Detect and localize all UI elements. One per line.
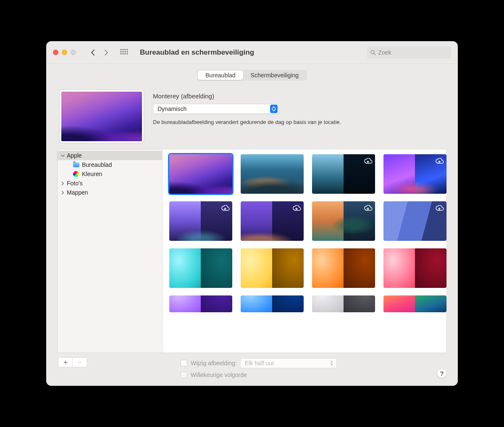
random-order-checkbox: [181, 372, 187, 378]
random-order-label: Willekeurige volgorde: [191, 372, 247, 378]
download-icon[interactable]: [292, 204, 301, 213]
sidebar-item-folders[interactable]: Mappen: [58, 188, 162, 197]
search-icon: [370, 50, 376, 55]
remove-folder-button: －: [73, 358, 87, 367]
current-wallpaper-preview: [60, 90, 144, 143]
sidebar-item-label: Foto's: [67, 180, 83, 187]
search-input[interactable]: [378, 49, 448, 56]
popup-arrows-icon: ▲▼: [330, 360, 334, 366]
add-remove-buttons: ＋ －: [58, 357, 87, 367]
download-icon[interactable]: [435, 204, 444, 213]
sidebar-item-desktop[interactable]: Bureaublad: [58, 160, 162, 169]
folder-icon: [73, 161, 79, 168]
change-interval-popup: Elk half uur ▲▼: [240, 358, 337, 368]
sidebar-item-label: Apple: [67, 152, 82, 159]
wallpaper-thumb[interactable]: [241, 248, 304, 288]
tab-desktop[interactable]: Bureaublad: [198, 71, 243, 80]
wallpaper-description: De bureaubladafbeelding verandert gedure…: [153, 119, 447, 125]
svg-line-13: [374, 53, 375, 55]
zoom-button: [71, 50, 76, 55]
color-wheel-icon: [73, 171, 79, 177]
change-picture-label: Wijzig afbeelding:: [191, 360, 237, 366]
toolbar: Bureaublad en schermbeveiliging: [46, 41, 458, 64]
bottom-controls: ＋ － Wijzig afbeelding: Elk half uur ▲▼ W…: [57, 353, 447, 378]
sidebar-item-label: Kleuren: [82, 171, 102, 177]
wallpaper-thumb[interactable]: [383, 201, 446, 241]
forward-button: [100, 47, 112, 58]
sidebar-item-colors[interactable]: Kleuren: [58, 169, 162, 179]
wallpaper-thumb[interactable]: [383, 154, 446, 194]
change-interval-value: Elk half uur: [245, 360, 274, 366]
wallpaper-thumb[interactable]: [169, 154, 232, 194]
appearance-popup[interactable]: Dynamisch: [153, 104, 279, 114]
wallpaper-name: Monterey (afbeelding): [153, 92, 447, 100]
wallpaper-thumb[interactable]: [169, 201, 232, 241]
download-icon[interactable]: [435, 157, 444, 166]
back-button[interactable]: [87, 47, 99, 58]
chevron-down-icon: [60, 154, 65, 158]
chevron-right-icon: [60, 182, 65, 185]
svg-point-8: [121, 53, 122, 54]
wallpaper-thumb[interactable]: [241, 295, 304, 312]
download-icon[interactable]: [363, 204, 373, 213]
source-split: Apple Bureaublad Kleuren Foto's: [57, 149, 447, 353]
search-field[interactable]: [367, 46, 451, 59]
download-icon[interactable]: [220, 204, 230, 213]
svg-point-11: [127, 53, 128, 54]
tab-screensaver[interactable]: Schermbeveiliging: [243, 71, 306, 80]
wallpaper-thumb[interactable]: [312, 248, 375, 288]
svg-point-9: [123, 53, 124, 54]
preview-row: Monterey (afbeelding) Dynamisch De burea…: [57, 87, 447, 149]
show-all-button[interactable]: [118, 47, 130, 58]
svg-point-5: [123, 51, 124, 52]
nav-arrows: [87, 47, 112, 58]
minimize-button[interactable]: [62, 50, 67, 55]
svg-point-7: [127, 51, 128, 52]
wallpaper-thumb[interactable]: [312, 201, 375, 241]
svg-point-1: [123, 49, 124, 50]
tab-segment: Bureaublad Schermbeveiliging: [197, 70, 307, 81]
sidebar-item-label: Mappen: [67, 189, 88, 196]
wallpaper-thumb[interactable]: [312, 295, 375, 312]
add-folder-button[interactable]: ＋: [58, 358, 73, 367]
svg-point-4: [121, 51, 122, 52]
wallpaper-thumb[interactable]: [383, 248, 446, 288]
svg-point-6: [125, 51, 126, 52]
svg-point-3: [127, 49, 128, 50]
content-pane: Monterey (afbeelding) Dynamisch De burea…: [57, 87, 447, 378]
help-button[interactable]: ?: [437, 368, 447, 378]
svg-point-0: [121, 49, 122, 50]
chevron-right-icon: [60, 191, 65, 195]
wallpaper-thumb[interactable]: [169, 248, 232, 288]
preferences-window: Bureaublad en schermbeveiliging Bureaubl…: [46, 41, 458, 386]
appearance-popup-value: Dynamisch: [158, 105, 186, 112]
window-controls: [53, 50, 76, 55]
svg-point-2: [125, 49, 126, 50]
sidebar-item-label: Bureaublad: [82, 161, 112, 168]
close-button[interactable]: [53, 50, 58, 55]
change-picture-checkbox[interactable]: [181, 360, 187, 366]
sidebar-item-photos[interactable]: Foto's: [58, 179, 162, 188]
source-sidebar: Apple Bureaublad Kleuren Foto's: [58, 149, 163, 353]
wallpaper-thumb[interactable]: [312, 154, 375, 194]
tab-bar: Bureaublad Schermbeveiliging: [46, 64, 458, 84]
popup-arrows-icon: [270, 105, 278, 113]
download-icon[interactable]: [363, 157, 373, 166]
sidebar-item-apple[interactable]: Apple: [58, 151, 162, 160]
window-title: Bureaublad en schermbeveiliging: [140, 48, 254, 57]
wallpaper-thumb[interactable]: [383, 295, 446, 312]
wallpaper-grid[interactable]: [163, 149, 446, 353]
wallpaper-thumb[interactable]: [169, 295, 232, 312]
svg-point-10: [125, 53, 126, 54]
wallpaper-thumb[interactable]: [241, 154, 304, 194]
wallpaper-thumb[interactable]: [241, 201, 304, 241]
